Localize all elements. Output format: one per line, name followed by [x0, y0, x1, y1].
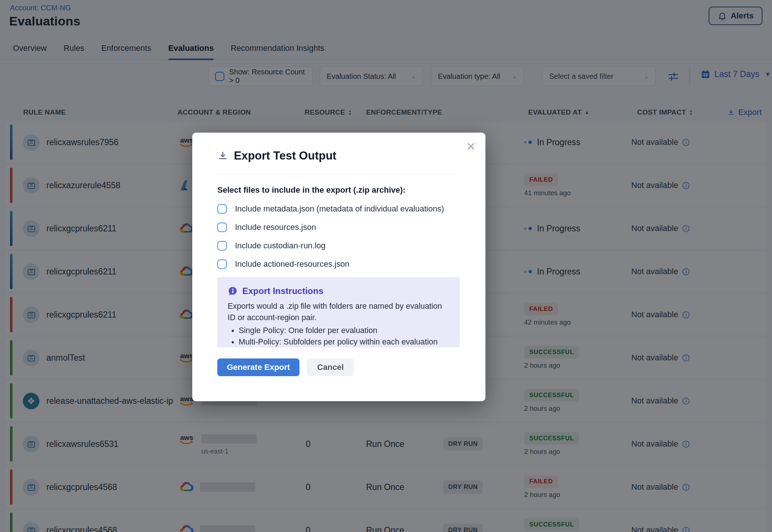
- modal-title: Export Test Output: [217, 149, 336, 162]
- download-icon: [217, 150, 228, 161]
- export-test-output-modal: ✕ Export Test Output Select files to inc…: [192, 133, 485, 401]
- export-option-row[interactable]: Include actioned-resources.json: [217, 255, 444, 273]
- export-instructions-title: Export Instructions: [242, 286, 323, 296]
- info-bubble-icon: [228, 286, 238, 296]
- instruction-bullet: Multi-Policy: Subfolders per policy with…: [239, 336, 449, 348]
- close-icon[interactable]: ✕: [466, 141, 476, 153]
- checkbox-label: Include metadata.json (metadata of indiv…: [235, 204, 444, 214]
- checkbox[interactable]: [217, 259, 227, 269]
- export-option-row[interactable]: Include resources.json: [217, 218, 444, 237]
- checkbox-label: Include custodian-run.log: [235, 241, 326, 251]
- checkbox[interactable]: [217, 241, 227, 251]
- instruction-bullet: Single Policy: One folder per evaluation: [239, 325, 449, 336]
- select-files-label: Select files to include in the export (.…: [217, 185, 406, 195]
- export-instructions-box: Export Instructions Exports would a .zip…: [217, 277, 460, 347]
- divider: [218, 174, 456, 174]
- export-instructions-bullets: Single Policy: One folder per evaluation…: [239, 325, 449, 347]
- checkbox[interactable]: [217, 223, 227, 232]
- export-option-row[interactable]: Include metadata.json (metadata of indiv…: [217, 200, 444, 218]
- export-option-row[interactable]: Include custodian-run.log: [217, 237, 444, 255]
- export-file-options: Include metadata.json (metadata of indiv…: [217, 200, 444, 273]
- checkbox-label: Include resources.json: [235, 223, 316, 232]
- checkbox-label: Include actioned-resources.json: [235, 259, 350, 269]
- export-instructions-body: Exports would a .zip file with folders a…: [228, 301, 449, 323]
- checkbox[interactable]: [217, 204, 227, 214]
- cancel-button[interactable]: Cancel: [307, 358, 354, 376]
- generate-export-button[interactable]: Generate Export: [217, 358, 299, 376]
